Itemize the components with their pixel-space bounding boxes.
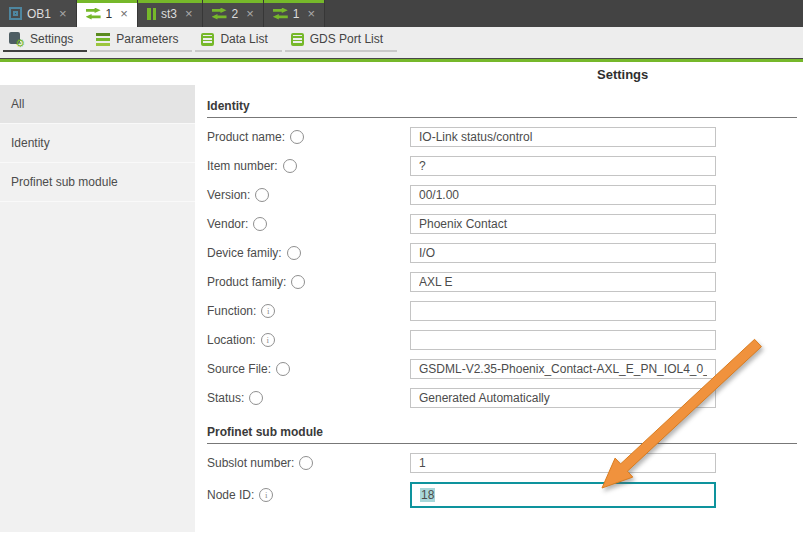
field-input[interactable]	[410, 272, 716, 292]
section-header: Profinet sub module	[207, 408, 797, 444]
info-icon[interactable]	[287, 246, 301, 260]
settings-form: Identity Product name: Item number: Vers…	[207, 85, 797, 508]
info-icon[interactable]	[249, 391, 263, 405]
sidebar-item[interactable]: Identity	[0, 124, 195, 163]
info-icon[interactable]	[255, 188, 269, 202]
field-input[interactable]	[410, 301, 716, 321]
gds-port-list-icon	[291, 33, 304, 46]
document-tabbar: OB1 × 1 × st3 × 2 × 1 ×	[0, 0, 803, 27]
field-input[interactable]	[410, 214, 716, 234]
page-title: Settings	[597, 67, 648, 82]
info-icon[interactable]: i	[261, 333, 275, 347]
organization-block-icon	[9, 7, 22, 20]
editor-tab[interactable]: Data List	[195, 29, 281, 52]
info-icon[interactable]	[276, 362, 290, 376]
field-input[interactable]	[410, 388, 716, 408]
settings-category-list: All Identity Profinet sub module	[0, 85, 195, 532]
selected-text: 18	[420, 488, 435, 502]
swap-arrows-icon	[273, 8, 288, 20]
sidebar-item[interactable]: Profinet sub module	[0, 163, 195, 202]
field-input[interactable]: 18	[410, 482, 716, 508]
form-row: Node ID: i 18	[207, 482, 797, 508]
parameter-bars-icon	[96, 33, 110, 46]
settings-tag-icon	[9, 32, 24, 46]
tab-close-icon[interactable]: ×	[59, 7, 67, 20]
document-tab[interactable]: 1 ×	[77, 0, 138, 27]
document-tab-label: OB1	[27, 7, 51, 21]
document-tab[interactable]: 1 ×	[264, 0, 325, 27]
form-row: Source File:	[207, 359, 797, 379]
tab-close-icon[interactable]: ×	[307, 7, 315, 20]
field-input[interactable]	[410, 127, 716, 147]
document-tab[interactable]: 2 ×	[203, 0, 264, 27]
form-row: Status:	[207, 388, 797, 408]
sidebar-item[interactable]: All	[0, 85, 195, 124]
data-list-icon	[201, 33, 214, 46]
form-row: Function: i	[207, 301, 797, 321]
form-row: Product family:	[207, 272, 797, 292]
sidebar-item-label: Profinet sub module	[11, 175, 118, 189]
field-label: Device family:	[207, 246, 282, 260]
field-label: Product name:	[207, 130, 285, 144]
document-tab[interactable]: st3 ×	[138, 0, 203, 27]
document-tab-label: 1	[106, 7, 113, 21]
field-input[interactable]	[410, 185, 716, 205]
editor-tab-label: Settings	[30, 32, 73, 46]
info-icon[interactable]	[290, 130, 304, 144]
sidebar-item-label: All	[11, 97, 24, 111]
accent-divider	[0, 59, 803, 62]
plcnext-engineer-window: OB1 × 1 × st3 × 2 × 1 × Settings Paramet…	[0, 0, 803, 536]
form-row: Location: i	[207, 330, 797, 350]
section-header: Identity	[207, 85, 797, 118]
field-label: Location:	[207, 333, 256, 347]
tab-close-icon[interactable]: ×	[246, 7, 254, 20]
swap-arrows-icon	[212, 8, 227, 20]
field-label: Version:	[207, 188, 250, 202]
editor-tab[interactable]: GDS Port List	[285, 29, 397, 52]
document-tab-label: st3	[161, 7, 177, 21]
field-label: Vendor:	[207, 217, 248, 231]
form-row: Version:	[207, 185, 797, 205]
editor-tab[interactable]: Settings	[3, 29, 87, 52]
info-icon[interactable]: i	[261, 304, 275, 318]
info-icon[interactable]	[253, 217, 267, 231]
form-section: Identity Product name: Item number: Vers…	[207, 85, 797, 408]
document-tab-label: 2	[232, 7, 239, 21]
editor-tabbar: Settings Parameters Data List GDS Port L…	[0, 27, 803, 58]
sidebar-item-label: Identity	[11, 136, 50, 150]
form-section: Profinet sub module Subslot number: Node…	[207, 408, 797, 508]
field-input[interactable]	[410, 359, 716, 379]
form-row: Device family:	[207, 243, 797, 263]
info-icon[interactable]	[291, 275, 305, 289]
info-icon[interactable]	[283, 159, 297, 173]
editor-tab[interactable]: Parameters	[90, 29, 192, 52]
field-label: Status:	[207, 391, 244, 405]
form-row: Subslot number:	[207, 453, 797, 473]
field-input[interactable]	[410, 156, 716, 176]
field-label: Subslot number:	[207, 456, 294, 470]
tab-close-icon[interactable]: ×	[120, 7, 128, 20]
field-label: Node ID:	[207, 488, 254, 502]
info-icon[interactable]	[299, 456, 313, 470]
pause-bars-icon	[147, 8, 156, 20]
info-icon[interactable]: i	[259, 488, 273, 502]
field-label: Source File:	[207, 362, 271, 376]
swap-arrows-icon	[86, 8, 101, 20]
form-row: Product name:	[207, 127, 797, 147]
document-tab-label: 1	[293, 7, 300, 21]
field-label: Function:	[207, 304, 256, 318]
editor-tab-label: GDS Port List	[310, 32, 383, 46]
document-tab[interactable]: OB1 ×	[0, 0, 77, 27]
form-row: Item number:	[207, 156, 797, 176]
tab-close-icon[interactable]: ×	[185, 7, 193, 20]
field-input[interactable]	[410, 243, 716, 263]
field-label: Item number:	[207, 159, 278, 173]
field-input[interactable]	[410, 330, 716, 350]
editor-tab-label: Data List	[220, 32, 267, 46]
editor-tab-label: Parameters	[116, 32, 178, 46]
form-row: Vendor:	[207, 214, 797, 234]
field-input[interactable]	[410, 453, 716, 473]
field-label: Product family:	[207, 275, 286, 289]
